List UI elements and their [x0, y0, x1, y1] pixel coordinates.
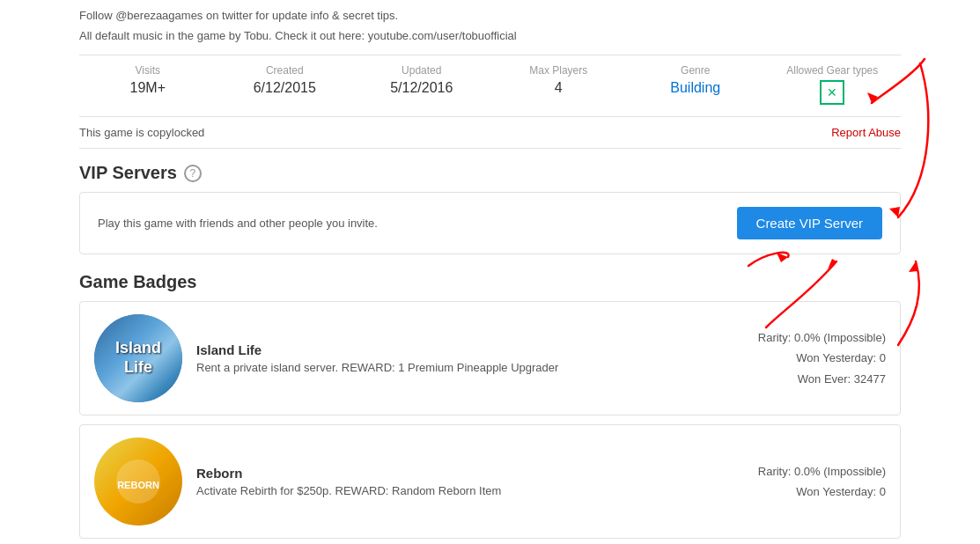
created-label: Created: [217, 64, 354, 77]
vip-section: VIP Servers ? Play this game with friend…: [0, 163, 980, 254]
updated-value: 5/12/2016: [390, 80, 453, 95]
badge-won-yesterday-reborn: Won Yesterday: 0: [758, 482, 886, 502]
stat-gear: Allowed Gear types: [764, 64, 902, 107]
genre-label: Genre: [627, 64, 764, 77]
badge-info-island-life: Island Life Rent a private island server…: [196, 342, 744, 374]
vip-header: VIP Servers ?: [79, 163, 901, 183]
maxplayers-label: Max Players: [490, 64, 628, 77]
allowed-gear-icon: [820, 80, 844, 105]
badge-image-text: IslandLife: [115, 339, 161, 377]
badge-item-reborn: REBORN Reborn Activate Rebirth for $250p…: [79, 424, 901, 539]
badge-stats-island-life: Rarity: 0.0% (Impossible) Won Yesterday:…: [758, 327, 886, 389]
visits-label: Visits: [79, 64, 217, 77]
music-text: All default music in the game by Tobu. C…: [79, 29, 901, 42]
visits-value: 19M+: [130, 80, 166, 95]
badge-info-reborn: Reborn Activate Rebirth for $250p. REWAR…: [196, 466, 744, 497]
badge-image-inner: IslandLife: [94, 314, 182, 402]
stat-visits: Visits 19M+: [79, 64, 217, 107]
page-wrapper: Follow @berezaagames on twitter for upda…: [0, 0, 980, 544]
badge-rarity-reborn: Rarity: 0.0% (Impossible): [758, 461, 886, 482]
game-badges-section: Game Badges IslandLife Island Life Rent …: [0, 272, 980, 539]
copylock-text: This game is copylocked: [79, 126, 204, 139]
vip-description: Play this game with friends and other pe…: [98, 217, 378, 230]
updated-label: Updated: [353, 64, 490, 77]
stat-genre: Genre Building: [627, 64, 764, 107]
badge-desc-island-life: Rent a private island server. REWARD: 1 …: [196, 361, 744, 374]
reborn-icon: REBORN: [112, 455, 165, 508]
svg-marker-6: [909, 261, 917, 272]
stat-created: Created 6/12/2015: [217, 64, 354, 107]
gear-label: Allowed Gear types: [764, 64, 902, 77]
create-vip-button[interactable]: Create VIP Server: [737, 207, 882, 239]
vip-title: VIP Servers: [79, 163, 177, 183]
stat-updated: Updated 5/12/2016: [353, 64, 490, 107]
badge-won-yesterday-island-life: Won Yesterday: 0: [758, 348, 886, 368]
badge-stats-reborn: Rarity: 0.0% (Impossible) Won Yesterday:…: [758, 461, 886, 503]
badge-rarity-island-life: Rarity: 0.0% (Impossible): [758, 327, 886, 348]
badge-item-island-life: IslandLife Island Life Rent a private is…: [79, 301, 901, 415]
svg-marker-5: [828, 259, 836, 269]
svg-text:REBORN: REBORN: [117, 480, 159, 490]
badge-image-reborn: REBORN: [94, 437, 182, 526]
top-section: Follow @berezaagames on twitter for upda…: [0, 0, 980, 149]
badge-won-ever-island-life: Won Ever: 32477: [758, 369, 886, 389]
copylock-row: This game is copylocked Report Abuse: [79, 117, 901, 149]
badge-image-island-life: IslandLife: [94, 314, 182, 402]
stat-maxplayers: Max Players 4: [490, 64, 628, 107]
badges-title: Game Badges: [79, 272, 901, 292]
follow-text: Follow @berezaagames on twitter for upda…: [79, 9, 901, 22]
created-value: 6/12/2015: [254, 80, 316, 95]
vip-box: Play this game with friends and other pe…: [79, 192, 901, 254]
genre-value[interactable]: Building: [670, 80, 720, 95]
stats-row: Visits 19M+ Created 6/12/2015 Updated 5/…: [79, 55, 901, 117]
vip-help-icon[interactable]: ?: [184, 165, 202, 182]
maxplayers-value: 4: [555, 80, 563, 95]
badge-name-reborn: Reborn: [196, 466, 744, 481]
badge-name-island-life: Island Life: [196, 342, 744, 357]
report-abuse-link[interactable]: Report Abuse: [831, 126, 901, 139]
badge-desc-reborn: Activate Rebirth for $250p. REWARD: Rand…: [196, 484, 744, 497]
